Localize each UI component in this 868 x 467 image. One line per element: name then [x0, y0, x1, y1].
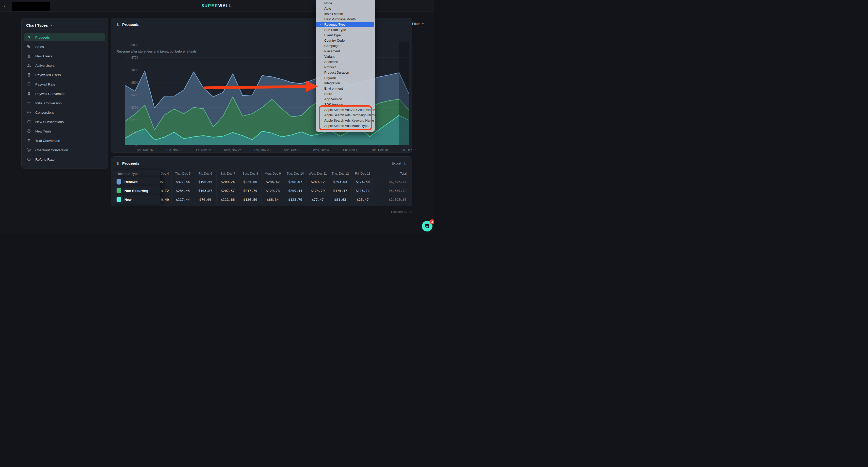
y-axis-label: $400: [123, 93, 138, 97]
sidebar-item-initial-conversion[interactable]: Initial Conversion: [24, 99, 105, 107]
menu-item-environment[interactable]: Environment: [316, 86, 375, 91]
sidebar-item-list: $ProceedsSalesNew UsersActive UsersPaywa…: [22, 33, 108, 165]
sidebar-item-conversions[interactable]: Conversions: [24, 108, 105, 116]
menu-item-label: Apple Search Ads Ad Group Name: [324, 108, 375, 112]
sidebar-item-label: Active Users: [35, 64, 55, 68]
sidebar-item-label: Paywall Rate: [35, 82, 55, 86]
menu-item-label: SDK Version: [324, 103, 343, 106]
receipt-icon: [27, 91, 31, 96]
dollar-icon: $: [27, 35, 31, 40]
sidebar-item-paywalled-users[interactable]: Paywalled Users: [24, 71, 105, 79]
menu-item-paywall[interactable]: Paywall: [316, 75, 375, 80]
menu-item-auto[interactable]: Auto: [316, 6, 375, 11]
menu-item-sub-start-type[interactable]: Sub Start Type: [316, 27, 375, 32]
x-axis-label: Sat, Nov 16: [131, 148, 159, 152]
sidebar-item-active-users[interactable]: Active Users: [24, 61, 105, 70]
menu-item-first-purchase-month[interactable]: First Purchase Month: [316, 16, 375, 22]
x-axis-tick: [409, 145, 409, 146]
chart-types-sidebar: Chart Types $ProceedsSalesNew UsersActiv…: [21, 18, 108, 169]
table-panel-title: Proceeds: [122, 161, 140, 165]
proceeds-table-panel: $ Proceeds Export Revenue TypeDec 4Thu, …: [111, 156, 412, 206]
menu-item-campaign[interactable]: Campaign: [316, 43, 375, 48]
column-header-thu-dec-12: Thu, Dec 12: [329, 170, 351, 177]
group-by-dropdown-menu: NoneAutoInstall MonthFirst Purchase Mont…: [316, 0, 375, 132]
x-axis-label: Thu, Nov 28: [248, 148, 276, 152]
menu-item-label: Placement: [324, 49, 340, 53]
sidebar-item-label: Conversions: [35, 111, 54, 114]
tag-icon: [27, 44, 31, 49]
sidebar-item-trial-conversion[interactable]: Trial Conversion: [24, 137, 105, 145]
cell-value: $81.63: [329, 195, 351, 204]
sidebar-item-new-users[interactable]: New Users: [24, 52, 105, 60]
menu-item-event-type[interactable]: Event Type: [316, 32, 375, 38]
export-button[interactable]: Export: [392, 161, 407, 165]
y-axis-label: $100: [123, 131, 138, 135]
sidebar-item-label: Trial Conversion: [35, 139, 60, 143]
menu-item-store[interactable]: Store: [316, 91, 375, 96]
user-icon: [27, 54, 31, 58]
y-axis-label: $200: [123, 119, 138, 122]
sidebar-item-proceeds[interactable]: $Proceeds: [24, 33, 105, 41]
table-row-new: New0.40$117.44$70.00$111.66$136.59$66.34…: [111, 195, 412, 204]
chart-panel-title: Proceeds: [122, 22, 140, 27]
menu-item-label: Audience: [324, 60, 338, 64]
cell-value: $66.34: [261, 195, 284, 204]
table-row-label-renewal: Renewal: [111, 177, 160, 186]
sidebar-item-paywall-rate[interactable]: Paywall Rate: [24, 80, 105, 88]
sidebar-item-paywall-conversion[interactable]: Paywall Conversion: [24, 90, 105, 98]
chart-types-header[interactable]: Chart Types: [26, 22, 52, 28]
menu-item-placement[interactable]: Placement: [316, 48, 375, 54]
filter-button[interactable]: Filter: [412, 22, 424, 26]
logo-accent: $UPER: [202, 4, 218, 8]
menu-item-install-month[interactable]: Install Month: [316, 11, 375, 16]
y-axis-label: $600: [123, 69, 138, 72]
x-axis-label: Sat, Dec 7: [336, 148, 364, 152]
menu-item-audience[interactable]: Audience: [316, 59, 375, 64]
series-color-swatch: [117, 197, 121, 202]
sidebar-item-checkout-conversion[interactable]: Checkout Conversion: [24, 146, 105, 154]
cell-value: $70.00: [194, 195, 217, 204]
logo-rest: WALL: [218, 4, 232, 8]
menu-item-label: None: [324, 1, 332, 5]
chat-icon: [424, 223, 430, 229]
menu-item-apple-search-ads-match-type[interactable]: Apple Search Ads Match Type: [316, 123, 375, 128]
cell-value: $129.78: [261, 186, 284, 195]
menu-item-label: App Version: [324, 97, 342, 101]
cell-clipped: 05.11: [160, 177, 172, 186]
cell-value: $123.79: [284, 195, 307, 204]
cell-total: $5,301.12: [374, 186, 412, 195]
sidebar-item-label: Checkout Conversion: [35, 148, 68, 152]
x-axis-label: Wed, Dec 4: [307, 148, 335, 152]
menu-item-product-duration[interactable]: Product Duration: [316, 70, 375, 75]
sidebar-item-new-trials[interactable]: New Trials: [24, 127, 105, 135]
sidebar-item-refund-rate[interactable]: Refund Rate: [24, 155, 105, 163]
sidebar-item-sales[interactable]: Sales: [24, 43, 105, 51]
menu-item-revenue-type[interactable]: ✓Revenue Type: [316, 22, 374, 27]
menu-item-app-version[interactable]: App Version: [316, 96, 375, 102]
menu-item-sdk-version[interactable]: SDK Version: [316, 102, 375, 107]
menu-item-apple-search-ads-ad-group-name[interactable]: Apple Search Ads Ad Group Name: [316, 107, 375, 112]
menu-item-variant[interactable]: Variant: [316, 54, 375, 59]
cell-value: $117.44: [172, 195, 194, 204]
x-axis-tick: [379, 145, 380, 146]
dollar-icon: $: [117, 22, 119, 27]
sidebar-item-label: Refund Rate: [35, 158, 55, 161]
row-label: New: [124, 198, 131, 202]
menu-item-country-code[interactable]: Country Code: [316, 38, 375, 43]
menu-item-product[interactable]: Product: [316, 64, 375, 70]
menu-item-integration[interactable]: Integration: [316, 80, 375, 86]
cell-value: $111.66: [216, 195, 239, 204]
id-card-icon: [27, 73, 31, 77]
sidebar-item-new-subscriptions[interactable]: New Subscriptions: [24, 118, 105, 126]
menu-item-apple-search-ads-keyword-name[interactable]: Apple Search Ads Keyword Name: [316, 118, 375, 123]
table-row-renewal: Renewal05.11$377.54$190.55$209.24$225.00…: [111, 177, 412, 186]
menu-item-label: Auto: [324, 7, 331, 10]
menu-item-label: Apple Search Ads Keyword Name: [324, 119, 374, 122]
table-row-label-new: New: [111, 195, 160, 204]
y-axis-label: $700: [123, 56, 138, 59]
column-header-fri-dec-13: Fri, Dec 13: [351, 170, 374, 177]
menu-item-apple-search-ads-campaign-name[interactable]: Apple Search Ads Campaign Name: [316, 112, 375, 118]
menu-item-none[interactable]: None: [316, 1, 375, 6]
column-header-mon-dec-9: Mon, Dec 9: [261, 170, 284, 177]
cell-total: $2,620.65: [374, 195, 412, 204]
